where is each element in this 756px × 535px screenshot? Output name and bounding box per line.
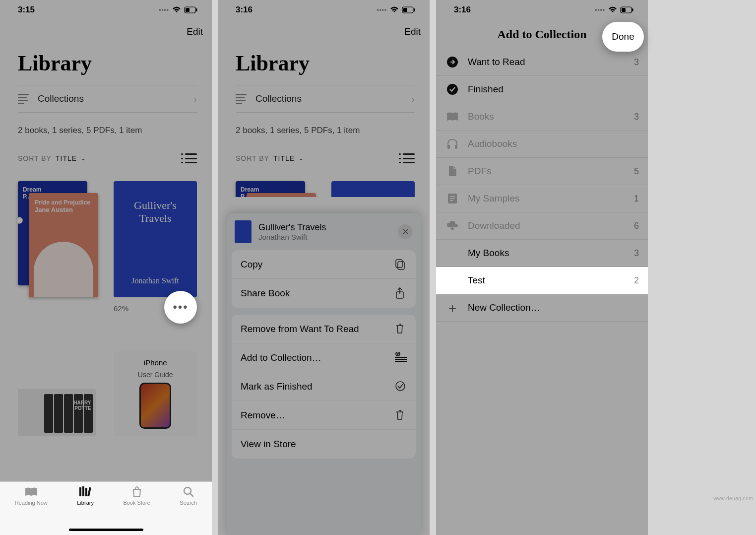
- series-dot-icon: [16, 217, 23, 224]
- collections-row[interactable]: Collections ›: [18, 85, 197, 113]
- action-label: Remove from Want To Read: [241, 324, 359, 334]
- done-button[interactable]: Done: [602, 22, 644, 52]
- new-collection-row[interactable]: ＋ New Collection…: [436, 294, 648, 322]
- tab-search[interactable]: Search: [180, 486, 197, 535]
- tab-label: Book Store: [123, 500, 150, 506]
- book-series-stack[interactable]: Dream P... Pride and Prejudice Jane Aust…: [18, 181, 96, 297]
- tab-book-store[interactable]: Book Store: [123, 486, 150, 535]
- edit-button[interactable]: Edit: [187, 26, 203, 37]
- phone-screenshot-2: 3:16 •••• Edit Library Collections › 2 b…: [218, 0, 430, 535]
- tab-library[interactable]: Library: [77, 486, 94, 535]
- svg-rect-23: [455, 145, 457, 149]
- collection-count: 3: [634, 57, 639, 67]
- sort-value: TITLE: [56, 154, 77, 162]
- book2-title: Gulliver's Travels: [121, 199, 190, 225]
- library-summary: 2 books, 1 series, 5 PDFs, 1 item: [0, 117, 212, 144]
- collection-count: 2: [634, 275, 639, 286]
- action-label: Copy: [241, 259, 262, 270]
- more-button[interactable]: •••: [164, 291, 197, 324]
- collection-label: Downloaded: [468, 220, 520, 231]
- sort-value: TITLE: [273, 154, 295, 162]
- collection-test[interactable]: Test 2: [436, 267, 648, 294]
- svg-rect-5: [85, 488, 87, 496]
- status-time: 3:16: [236, 5, 252, 15]
- note-icon: [446, 193, 459, 204]
- svg-rect-6: [87, 487, 91, 496]
- collection-label: New Collection…: [468, 302, 540, 313]
- collection-label: Test: [468, 275, 485, 286]
- action-share[interactable]: Share Book: [232, 279, 416, 308]
- tab-reading-now[interactable]: Reading Now: [15, 486, 48, 535]
- library-icon: [78, 486, 92, 498]
- status-bar: 3:16 ••••: [436, 0, 648, 20]
- watermark: www.deuaq.com: [713, 496, 753, 501]
- action-remove-want[interactable]: Remove from Want To Read: [232, 315, 416, 343]
- list-view-icon[interactable]: [403, 153, 415, 163]
- svg-point-16: [396, 382, 405, 391]
- close-icon: ✕: [402, 226, 409, 237]
- chevron-right-icon: ›: [193, 93, 197, 105]
- arrow-circle-icon: [446, 56, 459, 68]
- sort-row[interactable]: SORT BY TITLE ⌄: [218, 144, 430, 167]
- phone-screenshot-3: 3:16 •••• Add to Collection Done Want to…: [436, 0, 648, 535]
- collection-my-samples: My Samples 1: [436, 185, 648, 212]
- collections-label: Collections: [38, 93, 84, 104]
- action-label: View in Store: [241, 439, 296, 450]
- battery-icon: [402, 6, 416, 13]
- collection-label: Books: [468, 111, 494, 122]
- page-title: Add to Collection: [498, 28, 587, 41]
- close-button[interactable]: ✕: [398, 224, 413, 239]
- collection-audiobooks: Audiobooks: [436, 131, 648, 158]
- action-label: Remove…: [241, 410, 285, 421]
- wifi-icon: [608, 6, 617, 13]
- trash-icon: [395, 409, 407, 421]
- tab-label: Reading Now: [15, 500, 48, 506]
- collection-count: 1: [634, 194, 639, 204]
- action-mark-finished[interactable]: Mark as Finished: [232, 372, 416, 401]
- action-remove[interactable]: Remove…: [232, 401, 416, 430]
- boxset-label: HARRY POTTE: [73, 400, 91, 411]
- collections-row[interactable]: Collections ›: [236, 85, 415, 113]
- book-harry-potter-boxset[interactable]: HARRY POTTE: [18, 389, 96, 436]
- book-front-title: Pride and Prejudice: [35, 199, 92, 206]
- collection-label: Finished: [468, 84, 504, 95]
- collection-finished[interactable]: Finished: [436, 76, 648, 103]
- book-icon: [446, 112, 459, 122]
- books-grid: Dream P... Pride and Prejudice Jane Aust…: [0, 167, 212, 313]
- sort-by-label: SORT BY: [236, 154, 269, 162]
- action-copy[interactable]: Copy: [232, 250, 416, 279]
- book-gullivers[interactable]: Gulliver's Travels Jonathan Swift 62% ••…: [114, 181, 197, 313]
- collection-my-books[interactable]: My Books 3: [436, 240, 648, 267]
- edit-button[interactable]: Edit: [404, 26, 421, 37]
- book-iphone-guide[interactable]: iPhone User Guide: [114, 351, 197, 436]
- chevron-right-icon: ›: [411, 93, 415, 105]
- checkmark-circle-icon: [395, 381, 407, 393]
- headphones-icon: [446, 138, 459, 149]
- tab-label: Search: [180, 500, 197, 506]
- sort-row[interactable]: SORT BY TITLE ⌄: [0, 144, 212, 167]
- action-label: Share Book: [241, 288, 290, 299]
- collections-icon: [18, 94, 29, 104]
- book-series-stack[interactable]: Dream P...: [236, 181, 314, 197]
- copy-icon: [395, 259, 407, 270]
- svg-rect-22: [447, 145, 450, 149]
- page-title: Library: [218, 44, 430, 81]
- collections-label: Collections: [255, 93, 302, 104]
- collection-want-to-read[interactable]: Want to Read 3: [436, 49, 648, 76]
- iphone-illustration-icon: [139, 383, 171, 429]
- list-view-icon[interactable]: [185, 153, 197, 163]
- chevron-down-icon: ⌄: [81, 155, 86, 162]
- book-gullivers[interactable]: [331, 181, 415, 197]
- action-add-to-collection[interactable]: Add to Collection…: [232, 343, 416, 372]
- action-view-in-store[interactable]: View in Store: [232, 430, 416, 459]
- svg-rect-2: [196, 8, 197, 11]
- sheet-book-thumb: [235, 220, 252, 243]
- svg-rect-3: [79, 487, 81, 496]
- library-summary: 2 books, 1 series, 5 PDFs, 1 item: [218, 117, 430, 144]
- collection-label: My Samples: [468, 193, 520, 204]
- page-title: Library: [0, 44, 212, 81]
- phone-screenshot-1: 3:15 •••• Edit Library Collections › 2 b…: [0, 0, 212, 535]
- home-indicator[interactable]: [69, 529, 143, 531]
- svg-rect-1: [186, 8, 189, 12]
- collection-label: My Books: [468, 248, 509, 259]
